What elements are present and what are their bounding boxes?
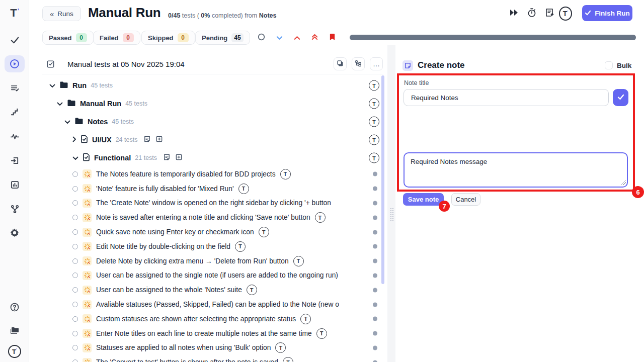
test-status-radio[interactable]	[72, 345, 78, 350]
t-logo-badge[interactable]	[283, 357, 293, 362]
t-logo-badge[interactable]	[300, 314, 311, 324]
suite-label[interactable]: UI/UX	[92, 136, 112, 144]
test-row[interactable]: Statuses are applied to all notes when u…	[42, 341, 382, 355]
suite-label[interactable]: Functional	[94, 154, 131, 162]
test-menu-dot[interactable]	[373, 273, 377, 278]
quick-save-button[interactable]	[613, 89, 628, 106]
test-status-radio[interactable]	[72, 244, 78, 249]
suite-row[interactable]: Manual Run 45 tests	[42, 95, 382, 113]
tree-scrollbar[interactable]	[381, 75, 384, 284]
test-status-radio[interactable]	[72, 302, 78, 307]
chevron-down-icon[interactable]	[72, 153, 78, 162]
copy-run-button[interactable]	[334, 57, 347, 70]
sidebar-item-branches[interactable]	[5, 200, 25, 217]
test-row[interactable]: Note is saved after entering a note titl…	[42, 210, 382, 225]
suite-row[interactable]: Run 45 tests	[42, 76, 382, 95]
test-menu-dot[interactable]	[373, 230, 377, 234]
test-title[interactable]: The 'Convert to test' button is shown af…	[96, 358, 278, 362]
test-status-radio[interactable]	[72, 215, 78, 220]
fast-forward-button[interactable]	[507, 7, 520, 20]
run-logo-button[interactable]: T'	[559, 7, 572, 20]
status-button[interactable]	[481, 114, 553, 128]
account-logo-button[interactable]: T'	[8, 345, 21, 358]
suite-label[interactable]: Run	[72, 81, 87, 89]
expand-all-button[interactable]	[274, 32, 285, 43]
note-title-input[interactable]	[404, 89, 609, 106]
test-status-radio[interactable]	[72, 171, 78, 177]
t-logo-badge[interactable]	[315, 212, 326, 223]
bulk-checkbox[interactable]	[605, 61, 613, 69]
test-menu-dot[interactable]	[373, 345, 377, 350]
test-row[interactable]: Delete Note by clicking extra menu → 'De…	[42, 254, 382, 268]
collapse-button[interactable]	[291, 32, 302, 43]
test-menu-dot[interactable]	[373, 215, 377, 220]
test-status-radio[interactable]	[72, 331, 78, 336]
test-status-radio[interactable]	[72, 316, 78, 322]
test-row[interactable]: Enter Note titles on each line to create…	[42, 326, 382, 341]
test-title[interactable]: The 'Create Note' window is opened on th…	[96, 199, 331, 207]
t-logo-badge[interactable]	[275, 342, 286, 353]
t-logo-badge[interactable]	[369, 135, 379, 145]
test-row[interactable]: Custom statuses are shown after selectin…	[42, 312, 382, 326]
test-menu-dot[interactable]	[373, 244, 377, 249]
filter-chip[interactable]: Failed 0	[93, 31, 140, 45]
suite-label[interactable]: Notes	[88, 118, 108, 126]
save-note-button[interactable]: Save note	[403, 193, 444, 206]
test-status-radio[interactable]	[72, 258, 78, 264]
bulk-toggle[interactable]: Bulk	[605, 61, 631, 69]
sidebar-item-steps[interactable]	[5, 104, 25, 121]
note-tag[interactable]	[419, 134, 431, 146]
projects-button[interactable]	[5, 322, 25, 339]
suite-label[interactable]: Manual Run	[80, 100, 121, 108]
app-logo[interactable]: T'	[0, 4, 29, 22]
chevron-down-icon[interactable]	[64, 117, 70, 126]
back-to-runs-button[interactable]: « Runs	[42, 6, 81, 21]
note-tag[interactable]	[404, 134, 416, 146]
help-button[interactable]	[5, 299, 25, 316]
finish-run-button[interactable]: Finish Run	[582, 5, 632, 21]
t-logo-badge[interactable]	[280, 169, 291, 179]
test-row[interactable]: Quick save note using Enter key or check…	[42, 225, 382, 239]
test-menu-dot[interactable]	[373, 317, 377, 321]
tree-view-button[interactable]	[352, 57, 365, 70]
test-row[interactable]: Avaliable statuses (Passed, Skipped, Fai…	[42, 297, 382, 312]
test-status-radio[interactable]	[72, 273, 78, 278]
test-title[interactable]: Note is saved after entering a note titl…	[96, 214, 310, 221]
test-title[interactable]: Edit Note title by double-clicking on th…	[96, 243, 230, 250]
filter-chip[interactable]: Passed 0	[42, 31, 94, 45]
t-logo-badge[interactable]	[369, 99, 379, 109]
status-filter-circle-button[interactable]	[256, 32, 267, 43]
test-row[interactable]: User can be assigned to the whole 'Notes…	[42, 283, 382, 297]
t-logo-badge[interactable]	[293, 256, 304, 266]
more-options-button[interactable]: …	[370, 57, 383, 70]
t-logo-badge[interactable]	[369, 117, 379, 127]
sidebar-item-runs[interactable]	[5, 55, 25, 72]
note-message-textarea[interactable]: Required Notes message	[404, 152, 628, 188]
test-row[interactable]: The 'Convert to test' button is shown af…	[42, 355, 382, 362]
t-logo-badge[interactable]	[235, 241, 246, 252]
test-row[interactable]: The 'Create Note' window is opened on th…	[42, 196, 382, 211]
test-row[interactable]: 'Note' feature is fully disabled for 'Mi…	[42, 182, 382, 196]
add-note-icon[interactable]	[163, 153, 171, 163]
test-menu-dot[interactable]	[373, 201, 377, 205]
chevron-down-icon[interactable]	[57, 99, 63, 108]
t-logo-badge[interactable]	[316, 328, 327, 339]
sidebar-item-tests[interactable]	[5, 31, 25, 48]
sidebar-item-analytics[interactable]	[5, 176, 25, 193]
test-status-radio[interactable]	[72, 229, 78, 235]
t-logo-badge[interactable]	[247, 285, 257, 295]
chevron-down-icon[interactable]	[49, 81, 55, 90]
status-button[interactable]	[404, 114, 476, 128]
sidebar-item-settings[interactable]	[5, 224, 25, 241]
t-logo-badge[interactable]	[238, 184, 249, 194]
t-logo-badge[interactable]	[369, 153, 379, 163]
test-menu-dot[interactable]	[373, 187, 377, 191]
test-title[interactable]: User can be assigned to the single note …	[96, 272, 338, 279]
filter-chip[interactable]: Pending 45	[195, 31, 250, 45]
status-button[interactable]	[558, 114, 631, 128]
t-logo-badge[interactable]	[259, 227, 269, 237]
sidebar-item-activity[interactable]	[5, 128, 25, 145]
note-tag[interactable]	[434, 134, 446, 146]
chevron-right-icon[interactable]	[72, 135, 76, 144]
test-row[interactable]: The Notes feature is temporarily disable…	[42, 167, 382, 182]
